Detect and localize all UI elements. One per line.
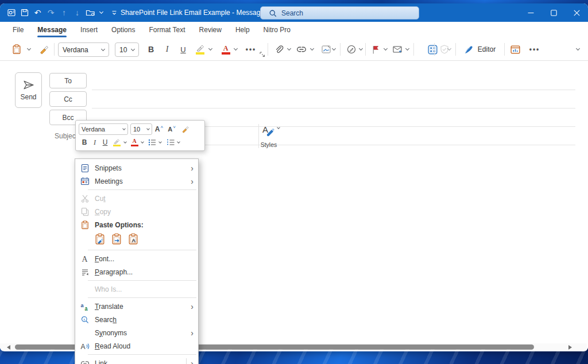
cc-field[interactable] [92,108,575,109]
save-item-dropdown-chevron[interactable] [404,38,411,60]
keep-text-only-icon[interactable]: A [127,233,140,246]
more-basic-text-icon[interactable]: ••• [243,38,258,60]
numbering-chevron[interactable] [176,137,181,148]
menu-item-translate[interactable]: aā Translate › [75,300,198,313]
menu-item-synonyms[interactable]: Synonyms › [75,326,198,339]
menu-item-snippets[interactable]: Snippets › [75,161,198,175]
link-icon[interactable] [295,38,308,60]
tab-help[interactable]: Help [229,22,257,38]
menu-item-font[interactable]: A Font... › [75,252,198,265]
highlight-button[interactable] [193,38,207,60]
follow-up-flag-icon[interactable] [369,38,382,60]
more-commands-icon[interactable]: ••• [526,38,543,60]
scroll-left-arrow[interactable] [5,343,13,351]
menu-item-who-is: Who Is... › [75,282,198,296]
svg-text:A: A [131,237,136,243]
previous-item-icon[interactable]: ↑ [57,6,71,20]
to-button[interactable]: To [49,73,87,88]
attach-file-icon[interactable] [272,38,285,60]
dictate-icon[interactable] [345,38,358,60]
move-to-folder-icon[interactable] [84,6,97,20]
menu-item-search[interactable]: Search › [75,313,198,326]
paste-dropdown-chevron[interactable] [25,38,32,60]
editor-button[interactable]: Editor [459,38,500,60]
mini-font-color-chevron[interactable] [140,137,145,148]
font-icon: A [80,254,90,264]
save-item-icon[interactable] [390,38,404,60]
menu-item-meetings[interactable]: Meetings › [75,175,198,188]
maximize-button[interactable] [542,3,565,22]
styles-chevron[interactable] [276,124,281,132]
font-size-combobox[interactable]: 10 [115,42,139,57]
underline-button[interactable]: U [177,38,189,60]
save-icon[interactable] [18,6,31,20]
tab-nitro-pro[interactable]: Nitro Pro [257,22,297,38]
customize-qat-icon[interactable] [109,6,120,20]
mini-font-name-combobox[interactable]: Verdana [79,123,128,135]
menu-item-link[interactable]: Link › [75,357,198,364]
close-button[interactable] [565,3,588,22]
dictate-dropdown-chevron[interactable] [357,38,364,60]
minimize-button[interactable] [519,3,542,22]
to-field[interactable] [92,90,575,90]
menu-separator [88,354,196,355]
search-icon [80,315,90,324]
font-color-dropdown-chevron[interactable] [232,38,239,60]
search-input[interactable]: Search [260,6,419,20]
paragraph-icon [80,268,90,277]
insights-icon[interactable] [508,38,523,60]
signature-dropdown-chevron[interactable] [330,38,337,60]
mini-highlight-button[interactable] [111,137,122,148]
menu-item-paragraph[interactable]: Paragraph... › [75,265,198,278]
mini-font-color-button[interactable]: A [129,137,140,148]
follow-up-dropdown-chevron[interactable] [382,38,389,60]
grow-font-button[interactable]: A˄ [153,123,165,135]
mini-formatting-toolbar: Verdana 10 A˄ A˅ B I U [75,120,205,151]
highlight-dropdown-chevron[interactable] [207,38,214,60]
menu-item-read-aloud[interactable]: A Read Aloud › [75,339,198,353]
bullets-icon[interactable] [147,137,157,148]
tab-message[interactable]: Message [30,22,74,38]
tab-format-text[interactable]: Format Text [142,22,192,38]
svg-text:a: a [81,302,84,308]
bullets-chevron[interactable] [157,137,163,148]
font-color-button[interactable]: A [219,38,232,60]
styles-icon[interactable]: A [261,123,276,138]
keep-source-formatting-icon[interactable] [94,233,107,246]
styles-label[interactable]: Styles [257,141,280,148]
mini-font-size-combobox[interactable]: 10 [130,123,152,135]
cc-button[interactable]: Cc [49,91,87,107]
tab-review[interactable]: Review [192,22,229,38]
scroll-right-arrow[interactable] [566,343,574,351]
merge-formatting-icon[interactable] [110,233,123,246]
link-dropdown-chevron[interactable] [308,38,315,60]
mini-italic-button[interactable]: I [91,137,99,148]
paste-button[interactable] [8,38,25,60]
clipboard-icon [11,44,22,55]
numbering-icon[interactable] [165,137,176,148]
italic-button[interactable]: I [161,38,173,60]
mini-format-painter-icon[interactable] [179,123,192,135]
bold-button[interactable]: B [145,38,157,60]
font-name-combobox[interactable]: Verdana [58,42,109,57]
menu-separator [88,280,196,281]
next-item-icon[interactable]: ↓ [71,6,84,20]
mini-highlight-chevron[interactable] [122,137,128,148]
mini-bold-button[interactable]: B [80,137,89,148]
tab-insert[interactable]: Insert [74,22,105,38]
chevron-down-icon[interactable] [97,6,105,20]
format-painter-icon[interactable] [37,38,52,60]
shrink-font-button[interactable]: A˅ [165,123,178,135]
attach-dropdown-chevron[interactable] [285,38,292,60]
tab-file[interactable]: File [6,22,30,38]
collapse-ribbon-chevron[interactable] [572,38,583,60]
mini-underline-button[interactable]: U [100,137,110,148]
redo-icon[interactable]: ↷ [44,6,57,20]
paste-icon [80,220,90,230]
dialog-launcher-icon[interactable] [258,49,266,60]
send-button[interactable]: Send [15,72,42,108]
undo-icon[interactable]: ↶ [31,6,44,20]
tab-options[interactable]: Options [105,22,142,38]
menu-item-paste-options[interactable]: Paste Options: › [75,218,198,231]
editor-pen-icon [463,44,474,55]
